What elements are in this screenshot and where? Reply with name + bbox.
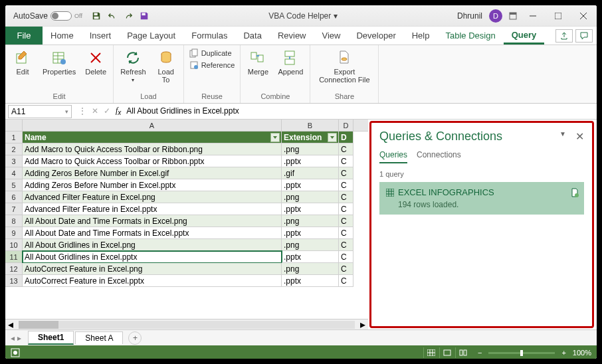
user-name[interactable]: Dhrunil	[457, 11, 482, 21]
table-row[interactable]: 13AutoCorrect Feature in Excel.pptx.pptx…	[5, 275, 368, 287]
query-refresh-icon[interactable]	[571, 188, 579, 197]
cell-d[interactable]: C	[339, 167, 353, 179]
cell-d[interactable]: C	[339, 143, 353, 155]
tab-data[interactable]: Data	[235, 27, 269, 45]
ribbon-display-icon[interactable]	[509, 12, 517, 20]
cell-d[interactable]: C	[339, 203, 353, 215]
row-header[interactable]: 1	[5, 132, 23, 143]
sheet-tab-a[interactable]: Sheet A	[75, 331, 123, 344]
table-row[interactable]: 4Adding Zeros Before Number in Excel.gif…	[5, 167, 368, 179]
cell-name[interactable]: AutoCorrect Feature in Excel.png	[23, 263, 282, 275]
cancel-icon[interactable]: ✕	[92, 106, 98, 116]
name-box[interactable]: A11▾	[8, 105, 72, 118]
tab-help[interactable]: Help	[404, 27, 438, 45]
col-D[interactable]: D	[339, 120, 353, 131]
table-row[interactable]: 2Add Macro to Quick Access Toolbar or Ri…	[5, 143, 368, 155]
edit-button[interactable]: Edit	[9, 48, 36, 77]
row-header[interactable]: 10	[5, 239, 23, 251]
row-header[interactable]: 4	[5, 167, 23, 179]
cell-name[interactable]: Adding Zeros Before Number in Excel.gif	[23, 167, 282, 179]
sheet-tab-1[interactable]: Sheet1	[28, 331, 74, 345]
pane-tab-queries[interactable]: Queries	[379, 150, 407, 163]
minimize-button[interactable]	[524, 9, 542, 23]
cell-ext[interactable]: .gif	[282, 167, 339, 179]
tab-view[interactable]: View	[314, 27, 349, 45]
cell-d[interactable]: C	[339, 263, 353, 275]
view-normal-icon[interactable]	[423, 347, 439, 358]
table-row[interactable]: 12AutoCorrect Feature in Excel.png.pngC	[5, 263, 368, 275]
cell-ext[interactable]: .png	[282, 239, 339, 251]
cell-name[interactable]: All About Gridlines in Excel.pptx	[23, 251, 282, 263]
header-d[interactable]: D	[339, 132, 353, 143]
cell-d[interactable]: C	[339, 155, 353, 167]
tab-insert[interactable]: Insert	[82, 27, 120, 45]
duplicate-button[interactable]: Duplicate	[188, 48, 237, 58]
formula-input[interactable]	[126, 106, 593, 116]
table-row[interactable]: 3Add Macro to Quick Access Toolbar or Ri…	[5, 155, 368, 167]
cell-d[interactable]: C	[339, 215, 353, 227]
cell-ext[interactable]: .pptx	[282, 155, 339, 167]
redo-icon[interactable]	[124, 11, 133, 21]
h-scrollbar[interactable]: ◂▸	[5, 319, 368, 329]
cell-d[interactable]: C	[339, 227, 353, 239]
append-button[interactable]: Append	[275, 48, 306, 77]
tab-developer[interactable]: Developer	[348, 27, 403, 45]
cell-name[interactable]: All About Gridlines in Excel.png	[23, 239, 282, 251]
properties-button[interactable]: Properties	[40, 48, 78, 77]
header-name[interactable]: Name	[23, 132, 282, 143]
select-all-corner[interactable]	[5, 120, 23, 131]
table-row[interactable]: 5Adding Zeros Before Number in Excel.ppt…	[5, 179, 368, 191]
pane-tab-connections[interactable]: Connections	[417, 150, 461, 163]
export-connection-button[interactable]: Export Connection File	[314, 48, 374, 85]
view-page-break-icon[interactable]	[455, 347, 471, 358]
tab-query[interactable]: Query	[504, 27, 545, 45]
autosave-toggle[interactable]: AutoSave Off	[13, 11, 82, 21]
save-icon-2[interactable]	[140, 11, 149, 21]
tab-page-layout[interactable]: Page Layout	[119, 27, 183, 45]
cell-name[interactable]: Advanced Filter Feature in Excel.png	[23, 191, 282, 203]
cell-d[interactable]: C	[339, 191, 353, 203]
table-row[interactable]: 11All About Gridlines in Excel.pptx.pptx…	[5, 251, 368, 263]
cell-name[interactable]: Add Macro to Quick Access Toolbar or Rib…	[23, 155, 282, 167]
refresh-button[interactable]: Refresh▾	[118, 48, 149, 84]
record-macro-icon[interactable]	[11, 348, 20, 357]
row-header[interactable]: 8	[5, 215, 23, 227]
row-header[interactable]: 3	[5, 155, 23, 167]
row-header[interactable]: 12	[5, 263, 23, 275]
cell-ext[interactable]: .pptx	[282, 203, 339, 215]
cell-name[interactable]: All About Date and Time Formats in Excel…	[23, 215, 282, 227]
save-icon[interactable]	[92, 11, 101, 21]
table-row[interactable]: 7Advanced Filter Feature in Excel.pptx.p…	[5, 203, 368, 215]
cell-ext[interactable]: .png	[282, 263, 339, 275]
cell-name[interactable]: Add Macro to Quick Access Toolbar or Rib…	[23, 143, 282, 155]
cell-ext[interactable]: .png	[282, 191, 339, 203]
cell-name[interactable]: All About Date and Time Formats in Excel…	[23, 227, 282, 239]
row-header[interactable]: 6	[5, 191, 23, 203]
reference-button[interactable]: Reference	[188, 60, 237, 70]
zoom-slider[interactable]	[488, 352, 555, 354]
cell-name[interactable]: AutoCorrect Feature in Excel.pptx	[23, 275, 282, 287]
cell-d[interactable]: C	[339, 179, 353, 191]
pane-dropdown-icon[interactable]: ▼	[559, 130, 566, 143]
loadto-button[interactable]: Load To	[153, 48, 179, 85]
filter-dropdown-icon[interactable]	[328, 133, 337, 142]
row-header[interactable]: 13	[5, 275, 23, 287]
delete-button[interactable]: Delete	[82, 48, 109, 77]
cell-ext[interactable]: .pptx	[282, 227, 339, 239]
col-B[interactable]: B	[282, 120, 339, 131]
row-header[interactable]: 7	[5, 203, 23, 215]
cell-name[interactable]: Advanced Filter Feature in Excel.pptx	[23, 203, 282, 215]
tab-home[interactable]: Home	[43, 27, 82, 45]
zoom-in-icon[interactable]: +	[561, 349, 565, 357]
file-tab[interactable]: File	[5, 27, 43, 45]
row-header[interactable]: 5	[5, 179, 23, 191]
tab-formulas[interactable]: Formulas	[183, 27, 235, 45]
query-item[interactable]: EXCEL INFOGRAPHICS 194 rows loaded.	[379, 182, 584, 215]
sheet-nav-prev-icon[interactable]: ◂	[11, 333, 15, 343]
col-A[interactable]: A	[23, 120, 282, 131]
doc-title[interactable]: VBA Code Helper ▾	[149, 11, 457, 21]
fx-icon[interactable]: fx	[116, 106, 121, 116]
cell-ext[interactable]: .pptx	[282, 251, 339, 263]
cell-d[interactable]: C	[339, 239, 353, 251]
table-row[interactable]: 9All About Date and Time Formats in Exce…	[5, 227, 368, 239]
